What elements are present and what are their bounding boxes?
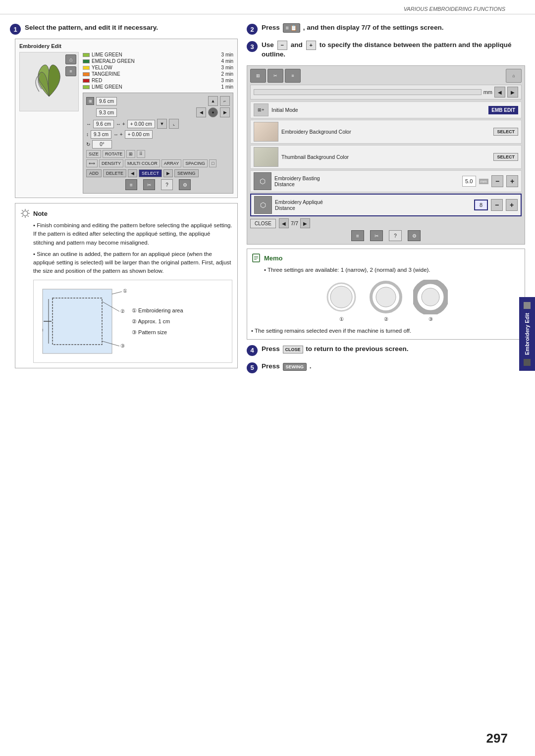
menu-btn-inline: ≡ 📋 (283, 23, 300, 33)
plus-btn-inline: + (306, 41, 316, 50)
step3-header: 3 Use − and + to specify the distance be… (247, 41, 525, 59)
main-content: 1 Select the pattern, and edit it if nec… (0, 14, 535, 379)
diagram-svg: ① ② ③ ↕ (38, 284, 127, 358)
applique-plus-btn[interactable]: + (506, 199, 518, 211)
ctrl-row-size2: 9.3 cm ◀ ● ▶ (86, 107, 230, 117)
emb-edit-title: Embroidery Edit (19, 43, 233, 49)
nav-right-btn[interactable]: ▶ (507, 87, 518, 98)
diagram-box: ① ② ③ ↕ ① Embroidering area ② Approx. 1 … (33, 280, 232, 363)
ss-menu-icon[interactable]: ≡ (351, 230, 364, 241)
frame-btn[interactable]: □ (209, 159, 216, 167)
grid-btn[interactable]: ⊞ (126, 150, 135, 158)
delete-btn[interactable]: DELETE (103, 169, 126, 177)
arrow-down[interactable]: ▼ (157, 119, 167, 129)
thumb-bg-label: Thumbnail Background Color (281, 154, 490, 160)
step2-header: 2 Press ≡ 📋 , and then display 7/7 of th… (247, 23, 525, 35)
ctrl-row-horiz: ↔ 9.6 cm ↔ + + 0.00 cm ▼ ⌞ (86, 119, 230, 129)
add-btn[interactable]: ADD (86, 169, 102, 177)
basting-icon: ⬡ (254, 172, 271, 190)
size-up-btn[interactable]: ▲ (208, 96, 218, 106)
basting-label: Embroidery BastingDistance (274, 175, 459, 187)
ss-icon2[interactable]: ✂ (268, 69, 283, 83)
memo-icon-svg (251, 253, 261, 263)
ss-icon3[interactable]: ≡ (285, 69, 301, 83)
svg-text:①: ① (123, 288, 127, 294)
ss-icon1[interactable]: ⊞ (250, 69, 266, 83)
page-prev-btn[interactable]: ◀ (279, 218, 289, 228)
ss-home-icon[interactable]: ⌂ (506, 69, 522, 83)
step5-block: 5 Press SEWING . (247, 362, 525, 373)
emb-right: LIME GREEN3 min EMERALD GREEN4 min YELLO… (83, 52, 233, 194)
step2-title: Press ≡ 📋 , and then display 7/7 of the … (262, 23, 443, 33)
slider-area (254, 89, 482, 95)
page-indicator: 7/7 (291, 220, 298, 226)
color-swatch (83, 72, 90, 76)
ss-stitch-icon[interactable]: ✂ (370, 230, 383, 241)
memo-note: • The setting remains selected even if t… (251, 327, 521, 335)
applique-minus-btn[interactable]: − (491, 199, 503, 211)
arrow-left[interactable]: ◀ (196, 107, 206, 117)
color-row: EMERALD GREEN4 min (83, 58, 233, 64)
multi-btn[interactable]: MULTI COLOR (125, 159, 160, 167)
size-btn[interactable]: SIZE (86, 150, 101, 158)
h-offset: + 0.00 cm (127, 120, 155, 128)
array-btn[interactable]: ARRAY (161, 159, 181, 167)
dots-btn[interactable]: ⠿ (137, 150, 145, 158)
svg-point-30 (422, 288, 439, 306)
basting-minus-btn[interactable]: − (491, 175, 503, 187)
color-row: LIME GREEN1 min (83, 84, 233, 90)
rotation-val: 0° (92, 140, 112, 149)
ctrl-row-rotate: ↻ 0° (86, 140, 230, 149)
settings-icon[interactable]: ⚙ (179, 179, 191, 190)
home-icon[interactable]: ⌂ (65, 54, 76, 64)
memo-header: Memo (251, 253, 521, 263)
help-icon[interactable]: ? (161, 179, 173, 190)
step4-block: 4 Press CLOSE to return to the previous … (247, 345, 525, 356)
sewing-btn[interactable]: SEWING (174, 169, 199, 177)
step2-block: 2 Press ≡ 📋 , and then display 7/7 of th… (247, 23, 525, 35)
step1-title: Select the pattern, and edit it if neces… (25, 23, 158, 33)
note-title: Note (33, 210, 48, 217)
emb-bg-select-btn[interactable]: SELECT (493, 128, 518, 136)
menu-icon2[interactable]: ≡ (125, 179, 137, 190)
svg-text:↕: ↕ (42, 328, 44, 332)
step1-block: 1 Select the pattern, and edit it if nec… (10, 23, 238, 368)
density-btn[interactable]: DENSITY (99, 159, 123, 167)
basting-plus-btn[interactable]: + (506, 175, 518, 187)
ss-applique-row: ⬡ Embroidery AppliquéDistance 8 − + (250, 194, 522, 216)
menu-icon[interactable]: ≡ (65, 66, 76, 76)
arrow-right[interactable]: ▶ (220, 107, 230, 117)
mirror-btn[interactable]: ⟺ (86, 159, 98, 167)
l-btn[interactable]: ⌞ (169, 119, 179, 129)
step1-header: 1 Select the pattern, and edit it if nec… (10, 23, 238, 35)
bottom-btns: ADD DELETE ◀ SELECT ▶ SEWING (86, 169, 230, 177)
page-next-btn[interactable]: ▶ (300, 218, 310, 228)
circles-row: ① ② ③ (251, 280, 521, 322)
applique-label: Embroidery AppliquéDistance (275, 199, 471, 211)
thumb-bg-select-btn[interactable]: SELECT (493, 153, 518, 161)
color-swatch (83, 79, 90, 83)
svg-point-0 (23, 211, 28, 216)
ss-emb-bg-row: Embroidery Background Color SELECT (250, 120, 522, 144)
corner-btn[interactable]: ⌐ (220, 96, 230, 106)
color-swatch (83, 53, 90, 57)
sewing-btn-inline: SEWING (283, 363, 307, 371)
close-button[interactable]: CLOSE (250, 219, 276, 228)
color-swatch (83, 66, 90, 70)
prev-btn[interactable]: ◀ (128, 169, 137, 177)
ss-gear-icon[interactable]: ⚙ (408, 230, 421, 241)
side-tab: Embroidery Edit (519, 297, 535, 371)
step5-title: Press SEWING . (262, 362, 312, 371)
svg-line-7 (28, 210, 29, 211)
center-btn[interactable]: ● (208, 107, 218, 117)
next-btn[interactable]: ▶ (163, 169, 173, 177)
ss-help-icon[interactable]: ? (389, 230, 402, 241)
select-btn[interactable]: SELECT (139, 169, 162, 177)
step4-circle: 4 (247, 345, 258, 356)
ss-thumb-bg-row: Thumbnail Background Color SELECT (250, 145, 522, 169)
initial-mode-icon: ⊞+ (254, 103, 268, 116)
spacing-btn[interactable]: SPACING (183, 159, 208, 167)
nav-left-btn[interactable]: ◀ (494, 87, 505, 98)
stitch-icon[interactable]: ✂ (143, 179, 155, 190)
rotate-btn[interactable]: ROTATE (103, 150, 125, 158)
